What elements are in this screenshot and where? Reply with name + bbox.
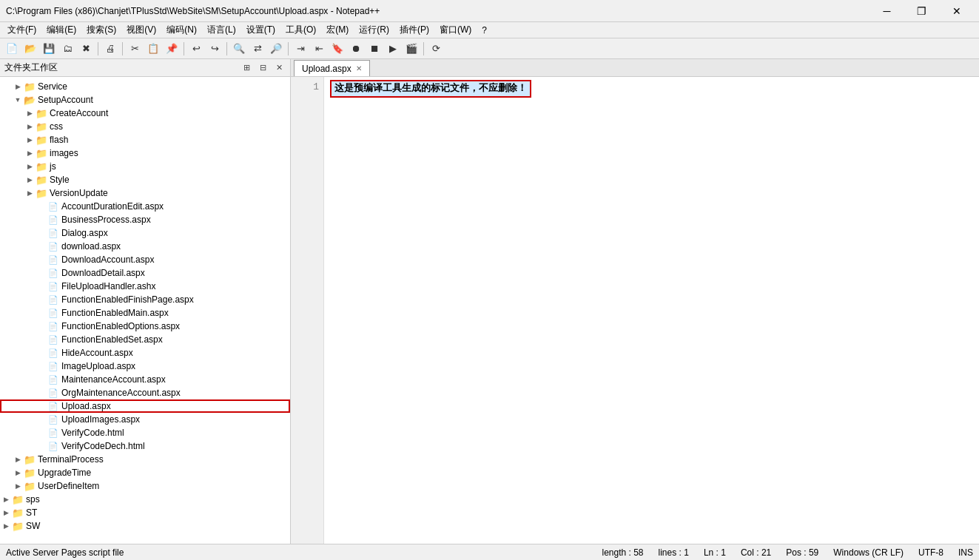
new-button[interactable]: 📄	[3, 41, 21, 57]
tree-label-functionenabledoptions: FunctionEnabledOptions.aspx	[61, 321, 180, 331]
file-icon-upload: 📄	[47, 400, 59, 412]
tree-label-download: download.aspx	[61, 241, 121, 252]
tree-item-maintenanceaccount[interactable]: ▶ 📄 MaintenanceAccount.aspx	[0, 373, 290, 386]
zoom-in-button[interactable]: 🔎	[267, 41, 285, 57]
macro-play-button[interactable]: ▶	[384, 41, 402, 57]
tree-spacer-dialog: ▶	[36, 227, 47, 239]
tree-item-sps[interactable]: ▶ 📁 sps	[0, 493, 290, 506]
close-button2[interactable]: ✖	[77, 41, 95, 57]
tab-label-upload: Upload.aspx	[302, 64, 351, 74]
menu-tools[interactable]: 工具(O)	[281, 22, 320, 38]
find-button[interactable]: 🔍	[230, 41, 248, 57]
tree-item-hideaccount[interactable]: ▶ 📄 HideAccount.aspx	[0, 346, 290, 360]
tree-item-fileuploadhandler[interactable]: ▶ 📄 FileUploadHandler.ashx	[0, 280, 290, 293]
tree-item-versionupdate[interactable]: ▶ 📁 VersionUpdate	[0, 186, 290, 200]
save-button[interactable]: 💾	[40, 41, 58, 57]
tree-item-images[interactable]: ▶ 📁 images	[0, 146, 290, 160]
replace-button[interactable]: ⇄	[249, 41, 266, 57]
file-icon-functionenabledfinish: 📄	[47, 294, 59, 306]
tree-item-upgradetime[interactable]: ▶ 📁 UpgradeTime	[0, 466, 290, 479]
undo-button[interactable]: ↩	[187, 41, 205, 57]
tree-item-style[interactable]: ▶ 📁 Style	[0, 173, 290, 186]
tree-item-verifycode[interactable]: ▶ 📄 VerifyCode.html	[0, 426, 290, 439]
tree-item-businessprocess[interactable]: ▶ 📄 BusinessProcess.aspx	[0, 213, 290, 226]
outdent-button[interactable]: ⇤	[310, 41, 328, 57]
close-button[interactable]: ✕	[940, 0, 973, 22]
menu-plugins[interactable]: 插件(P)	[395, 22, 434, 38]
cut-button[interactable]: ✂	[126, 41, 144, 57]
tree-item-css[interactable]: ▶ 📁 css	[0, 120, 290, 133]
tree-arrow-service: ▶	[12, 81, 24, 92]
folder-icon-flash: 📁	[36, 134, 47, 146]
minimize-button[interactable]: ─	[870, 0, 904, 22]
save-all-button[interactable]: 🗂	[58, 41, 76, 57]
tree-item-setupaccount[interactable]: ▼ 📂 SetupAccount	[0, 93, 290, 107]
open-button[interactable]: 📂	[21, 41, 39, 57]
tree-spacer-verifycode: ▶	[36, 427, 47, 439]
sync-button[interactable]: ⟳	[427, 41, 445, 57]
tree-item-st[interactable]: ▶ 📁 ST	[0, 506, 290, 519]
menu-bar: 文件(F) 编辑(E) 搜索(S) 视图(V) 编码(N) 语言(L) 设置(T…	[0, 22, 979, 38]
tree-item-download[interactable]: ▶ 📄 download.aspx	[0, 240, 290, 253]
folder-icon-terminalprocess: 📁	[24, 453, 36, 465]
tree-item-userdefineitem[interactable]: ▶ 📁 UserDefineItem	[0, 479, 290, 493]
tree-item-orgmaintenance[interactable]: ▶ 📄 OrgMaintenanceAccount.aspx	[0, 386, 290, 399]
tree-item-downloaddetail[interactable]: ▶ 📄 DownloadDetail.aspx	[0, 266, 290, 280]
tree-label-sw: SW	[26, 521, 40, 531]
tree-item-flash[interactable]: ▶ 📁 flash	[0, 133, 290, 146]
tree-item-sw[interactable]: ▶ 📁 SW	[0, 519, 290, 533]
paste-button[interactable]: 📌	[163, 41, 181, 57]
tree-item-functionenabledoptions[interactable]: ▶ 📄 FunctionEnabledOptions.aspx	[0, 320, 290, 333]
file-icon-download: 📄	[47, 240, 59, 252]
tree-label-flash: flash	[50, 135, 68, 145]
menu-edit[interactable]: 编辑(E)	[42, 22, 81, 38]
tree-label-upgradetime: UpgradeTime	[38, 468, 91, 478]
menu-help[interactable]: ?	[477, 24, 491, 37]
tree-arrow-versionupdate: ▶	[24, 187, 36, 199]
tree-item-terminalprocess[interactable]: ▶ 📁 TerminalProcess	[0, 453, 290, 466]
code-area[interactable]: 这是预编译工具生成的标记文件，不应删除！	[324, 77, 979, 544]
sidebar-collapse-btn[interactable]: ⊟	[256, 61, 269, 75]
menu-run[interactable]: 运行(R)	[354, 22, 394, 38]
redo-button[interactable]: ↪	[206, 41, 223, 57]
tree-item-dialog[interactable]: ▶ 📄 Dialog.aspx	[0, 226, 290, 240]
tab-close-upload[interactable]: ✕	[356, 64, 362, 72]
tree-item-functionenabledfinish[interactable]: ▶ 📄 FunctionEnabledFinishPage.aspx	[0, 293, 290, 306]
menu-language[interactable]: 语言(L)	[203, 22, 240, 38]
menu-settings[interactable]: 设置(T)	[242, 22, 280, 38]
tree-item-createaccount[interactable]: ▶ 📁 CreateAccount	[0, 107, 290, 120]
tree-item-uploadimages[interactable]: ▶ 📄 UploadImages.aspx	[0, 413, 290, 426]
folder-icon-images: 📁	[36, 147, 47, 159]
bookmark-button[interactable]: 🔖	[329, 41, 346, 57]
sidebar-content[interactable]: ▶ 📁 Service ▼ 📂 SetupAccount ▶ 📁 CreateA…	[0, 77, 290, 544]
tree-label-style: Style	[50, 175, 70, 185]
tree-item-upload[interactable]: ▶ 📄 Upload.aspx	[0, 399, 290, 413]
menu-search[interactable]: 搜索(S)	[82, 22, 121, 38]
sidebar-close-btn[interactable]: ✕	[272, 61, 286, 75]
tree-item-functionenabledmain[interactable]: ▶ 📄 FunctionEnabledMain.aspx	[0, 306, 290, 320]
tree-arrow-terminalprocess: ▶	[12, 453, 24, 465]
maximize-button[interactable]: ❐	[905, 0, 938, 22]
tree-spacer-fileuploadhandler: ▶	[36, 280, 47, 292]
menu-window[interactable]: 窗口(W)	[435, 22, 476, 38]
menu-view[interactable]: 视图(V)	[122, 22, 161, 38]
macro-record-button[interactable]: ⏺	[347, 41, 365, 57]
tree-item-downloadaccount[interactable]: ▶ 📄 DownloadAccount.aspx	[0, 253, 290, 266]
print-button[interactable]: 🖨	[101, 41, 119, 57]
tab-upload-aspx[interactable]: Upload.aspx ✕	[294, 60, 370, 76]
indent-button[interactable]: ⇥	[292, 41, 309, 57]
sidebar-expand-btn[interactable]: ⊞	[240, 61, 253, 75]
tree-item-imageupload[interactable]: ▶ 📄 ImageUpload.aspx	[0, 360, 290, 373]
macro-save-button[interactable]: 🎬	[403, 41, 420, 57]
tree-item-verifycodedech[interactable]: ▶ 📄 VerifyCodeDech.html	[0, 439, 290, 453]
copy-button[interactable]: 📋	[144, 41, 162, 57]
macro-stop-button[interactable]: ⏹	[366, 41, 383, 57]
menu-file[interactable]: 文件(F)	[3, 22, 41, 38]
menu-encode[interactable]: 编码(N)	[162, 22, 201, 38]
tree-item-accountduration[interactable]: ▶ 📄 AccountDurationEdit.aspx	[0, 200, 290, 213]
tree-item-js[interactable]: ▶ 📁 js	[0, 160, 290, 173]
tree-item-functionenabledset[interactable]: ▶ 📄 FunctionEnabledSet.aspx	[0, 333, 290, 346]
file-icon-verifycodedech: 📄	[47, 440, 59, 452]
tree-item-service[interactable]: ▶ 📁 Service	[0, 80, 290, 93]
menu-macro[interactable]: 宏(M)	[322, 22, 353, 38]
